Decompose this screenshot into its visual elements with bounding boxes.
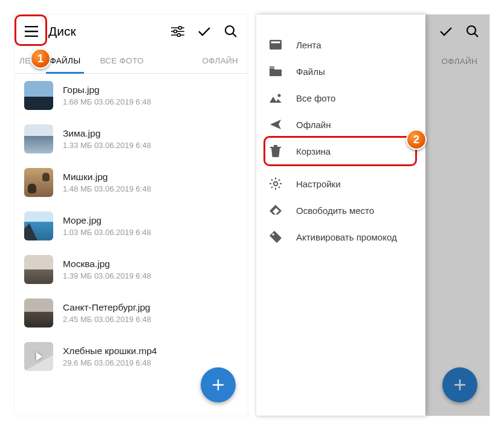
svg-point-3	[225, 26, 234, 34]
file-row[interactable]: Санкт-Петербург.jpg2.45 МБ 03.06.2019 6:…	[15, 291, 248, 335]
svg-point-1	[174, 30, 177, 33]
svg-point-8	[274, 182, 277, 185]
drawer-item-allphoto[interactable]: Все фото	[256, 85, 425, 111]
file-row[interactable]: Горы.jpg1.68 МБ 03.06.2019 6:48	[15, 74, 248, 117]
nav-drawer: Лента Файлы Все фото Офлайн Корзина	[256, 15, 425, 416]
drawer-label: Офлайн	[296, 120, 331, 130]
sliders-icon	[171, 26, 184, 37]
tab-offline[interactable]: ОФЛАЙН	[193, 48, 248, 73]
drawer-item-freeup[interactable]: Освободить место	[256, 197, 425, 224]
drawer-label: Освободить место	[296, 205, 374, 216]
drawer-label: Активировать промокод	[296, 232, 397, 242]
file-thumbnail	[24, 255, 53, 284]
hamburger-icon	[25, 26, 38, 37]
file-info: Санкт-Петербург.jpg2.45 МБ 03.06.2019 6:…	[63, 302, 238, 324]
tab-allphoto[interactable]: ВСЕ ФОТО	[90, 48, 153, 73]
drawer-item-offline[interactable]: Офлайн	[256, 111, 425, 138]
fab-add[interactable]	[201, 367, 236, 402]
photos-icon	[270, 92, 282, 104]
file-thumbnail	[24, 342, 53, 371]
drawer-label: Лента	[296, 40, 321, 50]
check-icon	[198, 26, 211, 37]
file-thumbnail	[24, 168, 53, 197]
header: Диск	[15, 15, 248, 48]
eraser-icon	[270, 204, 282, 216]
select-button[interactable]	[192, 19, 216, 44]
file-name: Санкт-Петербург.jpg	[63, 302, 238, 313]
file-list: Горы.jpg1.68 МБ 03.06.2019 6:48Зима.jpg1…	[15, 74, 248, 378]
drawer-item-files[interactable]: Файлы	[256, 58, 425, 85]
drawer-label: Файлы	[296, 66, 325, 77]
phone-right: ОФЛАЙН Лента Файлы Все фото О	[256, 15, 489, 416]
svg-rect-6	[271, 42, 280, 44]
filter-button[interactable]	[166, 19, 190, 44]
gear-icon	[270, 178, 282, 190]
svg-point-0	[179, 27, 182, 30]
file-name: Москва.jpg	[63, 259, 238, 269]
file-name: Море.jpg	[63, 215, 238, 226]
tab-files[interactable]: ФАЙЛЫ	[40, 48, 90, 73]
file-info: Хлебные крошки.mp429.6 МБ 03.06.2019 6:4…	[63, 346, 238, 367]
phone-left: Диск ЛЕ ФАЙЛЫ ВСЕ ФОТО ОФЛАЙН Горы.jpg1.…	[15, 15, 248, 416]
file-meta: 1.48 МБ 03.06.2019 6:48	[63, 184, 238, 193]
trash-icon	[270, 145, 282, 157]
search-icon	[224, 25, 237, 38]
svg-point-9	[272, 233, 274, 236]
file-info: Мишки.jpg1.48 МБ 03.06.2019 6:48	[63, 172, 238, 193]
file-name: Горы.jpg	[63, 85, 238, 95]
file-row[interactable]: Зима.jpg1.33 МБ 03.06.2019 6:48	[15, 117, 248, 161]
folder-icon	[270, 65, 282, 77]
app-title: Диск	[46, 24, 163, 39]
drawer-item-trash[interactable]: Корзина	[256, 138, 425, 164]
drawer-label: Все фото	[296, 93, 335, 103]
file-row[interactable]: Мишки.jpg1.48 МБ 03.06.2019 6:48	[15, 161, 248, 204]
drawer-item-settings[interactable]: Настройки	[256, 170, 425, 197]
file-thumbnail	[24, 124, 53, 153]
feed-icon	[270, 39, 282, 51]
menu-button[interactable]	[19, 19, 44, 44]
file-meta: 1.03 МБ 03.06.2019 6:48	[63, 228, 238, 237]
drawer-label: Настройки	[296, 179, 341, 189]
svg-rect-5	[270, 40, 282, 50]
svg-point-7	[278, 94, 281, 97]
file-info: Зима.jpg1.33 МБ 03.06.2019 6:48	[63, 128, 238, 150]
file-meta: 29.6 МБ 03.06.2019 6:48	[63, 358, 238, 367]
file-name: Хлебные крошки.mp4	[63, 346, 238, 356]
file-name: Мишки.jpg	[63, 172, 238, 182]
file-row[interactable]: Море.jpg1.03 МБ 03.06.2019 6:48	[15, 204, 248, 248]
file-name: Зима.jpg	[63, 128, 238, 139]
file-thumbnail	[24, 81, 53, 110]
tabs: ЛЕ ФАЙЛЫ ВСЕ ФОТО ОФЛАЙН	[15, 48, 248, 74]
plus-icon	[211, 378, 225, 392]
file-thumbnail	[24, 211, 53, 240]
file-meta: 1.39 МБ 03.06.2019 6:48	[63, 271, 238, 280]
file-meta: 1.68 МБ 03.06.2019 6:48	[63, 97, 238, 106]
airplane-icon	[270, 118, 282, 131]
file-meta: 2.45 МБ 03.06.2019 6:48	[63, 315, 238, 324]
file-info: Горы.jpg1.68 МБ 03.06.2019 6:48	[63, 85, 238, 106]
drawer-item-promo[interactable]: Активировать промокод	[256, 224, 425, 250]
file-info: Москва.jpg1.39 МБ 03.06.2019 6:48	[63, 259, 238, 280]
file-thumbnail	[24, 298, 53, 327]
svg-point-2	[178, 34, 181, 37]
search-button[interactable]	[219, 19, 243, 44]
file-row[interactable]: Москва.jpg1.39 МБ 03.06.2019 6:48	[15, 248, 248, 291]
tag-icon	[270, 231, 282, 243]
tab-feed-cut[interactable]: ЛЕ	[15, 48, 40, 73]
file-meta: 1.33 МБ 03.06.2019 6:48	[63, 141, 238, 150]
file-info: Море.jpg1.03 МБ 03.06.2019 6:48	[63, 215, 238, 237]
drawer-label: Корзина	[296, 146, 331, 156]
drawer-item-feed[interactable]: Лента	[256, 31, 425, 58]
